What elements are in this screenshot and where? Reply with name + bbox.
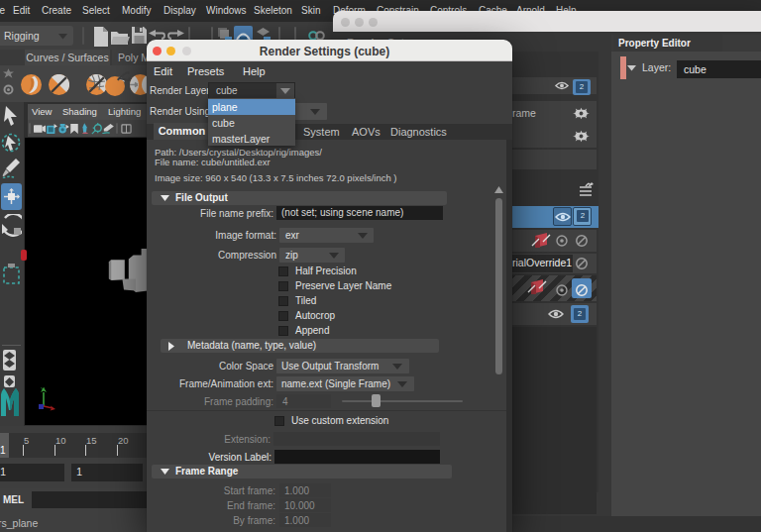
svg-text:Y: Y: [41, 386, 45, 392]
